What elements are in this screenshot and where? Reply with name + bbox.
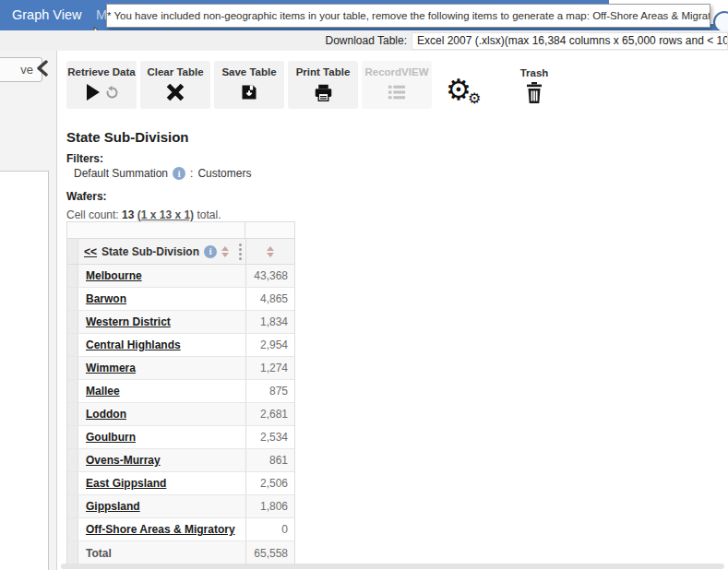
- row-label-cell: Gippsland: [78, 495, 245, 517]
- horizontal-scrollbar[interactable]: [61, 564, 724, 569]
- row-label-link[interactable]: East Gippsland: [86, 477, 166, 490]
- filter-colon: :: [190, 167, 193, 180]
- list-icon: [387, 80, 407, 104]
- header-gutter: [67, 239, 78, 264]
- row-value: 1,806: [245, 495, 294, 517]
- row-label-link[interactable]: Mallee: [86, 385, 120, 398]
- filters-heading: Filters:: [66, 152, 103, 165]
- table-top-right-cell: [245, 222, 294, 238]
- row-label-cell: Central Highlands: [78, 334, 245, 356]
- table-row: Ovens-Murray861: [67, 449, 294, 472]
- app-window: Graph View Ma * You have included non-ge…: [0, 0, 728, 570]
- row-gutter: [67, 495, 78, 517]
- row-label-link[interactable]: Barwon: [86, 292, 126, 305]
- row-label-cell: East Gippsland: [78, 472, 245, 494]
- save-table-label: Save Table: [221, 66, 276, 77]
- collapse-column-link[interactable]: <<: [84, 245, 97, 258]
- row-label-cell: Wimmera: [78, 357, 245, 379]
- value-column-header-cell[interactable]: [245, 239, 294, 264]
- row-value: 0: [245, 518, 294, 540]
- row-value: 43,368: [245, 265, 294, 287]
- row-label-link[interactable]: Goulburn: [86, 431, 136, 444]
- info-icon[interactable]: i: [173, 167, 185, 180]
- print-table-button[interactable]: Print Table: [288, 61, 358, 109]
- cell-count-line: Cell count: 13 (1 x 13 x 1) total.: [66, 208, 221, 221]
- row-value: 2,954: [245, 334, 294, 356]
- table-row: Gippsland1,806: [67, 495, 294, 518]
- table-top-left-cell: [67, 222, 245, 238]
- clear-table-label: Clear Table: [147, 66, 203, 77]
- table-row: Central Highlands2,954: [67, 334, 294, 357]
- row-gutter: [67, 449, 78, 471]
- row-label-cell: Off-Shore Areas & Migratory: [78, 518, 245, 540]
- row-gutter: [67, 334, 78, 356]
- save-table-button[interactable]: Save Table: [214, 61, 284, 109]
- cell-count-link[interactable]: (1 x 13 x 1): [137, 208, 194, 221]
- cell-count-suffix: total.: [194, 208, 221, 221]
- row-gutter: [67, 265, 78, 287]
- table-row: Goulburn2,534: [67, 426, 294, 449]
- table-total-row: Total65,558: [67, 541, 294, 564]
- map-warning-tooltip: * You have included non-geographic items…: [106, 4, 710, 28]
- recordview-button: RecordVIEW: [362, 61, 432, 109]
- row-value: 875: [245, 380, 294, 402]
- play-refresh-icon: [84, 80, 119, 104]
- column-info-icon[interactable]: i: [204, 245, 217, 258]
- trash-control: Trash: [514, 67, 555, 108]
- value-sort-toggle-icon[interactable]: [267, 246, 274, 257]
- row-gutter: [67, 288, 78, 310]
- row-label-link[interactable]: Ovens-Murray: [86, 454, 161, 467]
- printer-icon: [314, 80, 333, 104]
- clear-x-icon: [166, 80, 185, 104]
- row-label-link[interactable]: Wimmera: [86, 362, 136, 374]
- row-value: 861: [245, 449, 294, 471]
- row-label-cell: Melbourne: [78, 265, 245, 287]
- row-value: 1,834: [245, 311, 294, 333]
- tab-graph-view[interactable]: Graph View: [12, 0, 82, 30]
- table-toolbar: Retrieve Data Clear Table Save Table: [66, 61, 432, 109]
- column-drag-handle-icon[interactable]: [239, 243, 242, 260]
- row-label-cell: Total: [78, 541, 245, 564]
- column-header-label: State Sub-Division: [101, 245, 199, 258]
- table-row: Western District1,834: [67, 311, 294, 334]
- table-body: Melbourne43,368Barwon4,865Western Distri…: [67, 265, 294, 564]
- row-label-cell: Goulburn: [78, 426, 245, 448]
- sidebar-list-panel: [0, 171, 49, 570]
- table-row: Wimmera1,274: [67, 357, 294, 380]
- settings-gears-icon[interactable]: ⚙ ⚙: [446, 75, 488, 113]
- collapse-panel-chevron-icon[interactable]: [35, 60, 50, 80]
- row-label-cell: Mallee: [78, 380, 245, 402]
- row-value: 2,681: [245, 403, 294, 425]
- table-header-row: << State Sub-Division i: [67, 239, 294, 265]
- table-row: Off-Shore Areas & Migratory0: [67, 518, 294, 541]
- row-label-cell: Barwon: [78, 288, 245, 310]
- sort-toggle-icon[interactable]: [221, 246, 229, 257]
- clear-table-button[interactable]: Clear Table: [140, 61, 210, 109]
- column-header-cell: << State Sub-Division i: [78, 239, 245, 264]
- row-value: 2,506: [245, 472, 294, 494]
- cell-count-value: 13: [122, 208, 134, 221]
- cell-count-prefix: Cell count:: [66, 208, 122, 221]
- trash-icon[interactable]: [525, 82, 543, 108]
- row-label-link[interactable]: Gippsland: [86, 500, 140, 513]
- download-bar: Download Table: Excel 2007 (.xlsx)(max 1…: [0, 30, 728, 51]
- download-format-select[interactable]: Excel 2007 (.xlsx)(max 16,384 columns x …: [412, 32, 728, 50]
- download-table-label: Download Table:: [325, 30, 407, 51]
- row-label-link[interactable]: Loddon: [86, 408, 126, 421]
- row-value: 65,558: [245, 541, 294, 564]
- row-gutter: [67, 311, 78, 333]
- save-icon: [240, 80, 258, 104]
- row-label-link[interactable]: Central Highlands: [86, 338, 181, 351]
- row-label-cell: Ovens-Murray: [78, 449, 245, 471]
- table-row: Barwon4,865: [67, 288, 294, 311]
- retrieve-data-button[interactable]: Retrieve Data: [66, 61, 137, 109]
- table-top-row: [67, 222, 294, 239]
- row-value: 1,274: [245, 357, 294, 379]
- filter-value: Customers: [197, 167, 251, 180]
- retrieve-data-label: Retrieve Data: [67, 66, 136, 77]
- row-label-link[interactable]: Melbourne: [86, 269, 142, 282]
- row-label-link[interactable]: Western District: [86, 315, 171, 328]
- table-row: East Gippsland2,506: [67, 472, 294, 495]
- row-gutter: [67, 541, 78, 564]
- row-label-link[interactable]: Off-Shore Areas & Migratory: [86, 523, 235, 536]
